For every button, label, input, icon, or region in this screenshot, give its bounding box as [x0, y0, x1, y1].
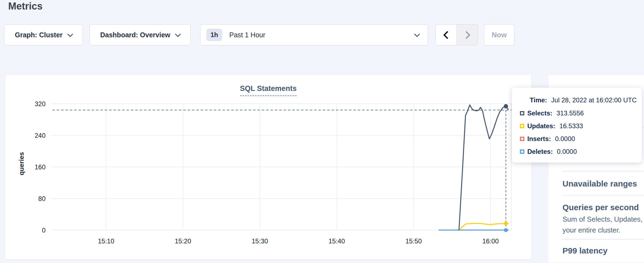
svg-text:15:50: 15:50 — [405, 237, 422, 245]
tooltip-inserts-value: 0.0000 — [555, 135, 575, 143]
sidebar-item-p99-latency: P99 latency — [562, 246, 607, 255]
svg-text:320: 320 — [35, 100, 46, 108]
sidebar-item-queries-per-second: Queries per second — [562, 203, 639, 212]
deletes-swatch-icon — [520, 149, 524, 154]
tooltip-inserts-label: Inserts: — [527, 135, 551, 143]
sql-statements-chart-card: SQL Statements queries 32024016080015:10… — [5, 74, 532, 260]
now-button[interactable]: Now — [484, 24, 514, 45]
time-step-button-group — [435, 24, 478, 45]
time-range-badge: 1h — [206, 29, 222, 41]
time-range-label: Past 1 Hour — [229, 31, 265, 39]
graph-dropdown-label: Graph: Cluster — [15, 31, 62, 39]
sidebar-item-description-line2: your entire cluster. — [562, 225, 620, 236]
sidebar-divider — [562, 239, 644, 240]
svg-text:15:10: 15:10 — [98, 237, 114, 245]
inserts-swatch-icon — [520, 137, 524, 141]
chevron-left-icon — [443, 31, 452, 39]
chart-hover-tooltip: Time: Jul 28, 2022 at 16:02:00 UTC Selec… — [512, 88, 642, 163]
time-range-selector[interactable]: 1h Past 1 Hour — [200, 24, 428, 45]
dashboard-dropdown-label: Dashboard: Overview — [100, 31, 170, 39]
tooltip-time-value: Jul 28, 2022 at 16:02:00 UTC — [551, 96, 637, 104]
graph-dropdown[interactable]: Graph: Cluster — [4, 24, 83, 45]
chevron-down-icon — [67, 31, 73, 37]
tooltip-updates-row: Updates: 16.5333 — [520, 120, 642, 132]
sidebar-divider — [562, 195, 644, 196]
chart-plot-area[interactable]: 32024016080015:1015:2015:3015:4015:5016:… — [5, 75, 532, 260]
tooltip-inserts-row: Inserts: 0.0000 — [520, 132, 642, 145]
chevron-right-icon — [462, 31, 470, 39]
next-time-button[interactable] — [457, 25, 478, 45]
tooltip-deletes-label: Deletes: — [527, 148, 553, 155]
tooltip-updates-value: 16.5333 — [559, 122, 583, 130]
prev-time-button[interactable] — [436, 25, 457, 45]
sidebar-item-unavailable-ranges: Unavailable ranges — [562, 179, 637, 188]
tooltip-deletes-row: Deletes: 0.0000 — [520, 145, 642, 158]
tooltip-deletes-value: 0.0000 — [557, 148, 577, 155]
tooltip-selects-label: Selects: — [527, 109, 552, 117]
svg-text:16:00: 16:00 — [482, 237, 499, 245]
updates-swatch-icon — [520, 124, 524, 128]
tooltip-time-row: Time: Jul 28, 2022 at 16:02:00 UTC — [520, 94, 642, 106]
now-button-label: Now — [492, 31, 507, 39]
svg-text:80: 80 — [38, 195, 46, 202]
chevron-down-icon — [175, 31, 180, 37]
sidebar-divider — [562, 171, 644, 172]
tooltip-time-label: Time: — [530, 96, 547, 104]
svg-text:15:20: 15:20 — [175, 237, 191, 245]
svg-text:15:40: 15:40 — [329, 237, 345, 245]
page-title: Metrics — [8, 1, 43, 12]
svg-text:0: 0 — [42, 227, 46, 234]
svg-text:160: 160 — [35, 163, 46, 171]
sidebar-item-description-line1: Sum of Selects, Updates, Inser — [562, 214, 644, 225]
selects-swatch-icon — [520, 111, 524, 115]
svg-text:15:30: 15:30 — [252, 237, 268, 245]
svg-text:240: 240 — [35, 132, 46, 139]
tooltip-updates-label: Updates: — [527, 122, 555, 130]
tooltip-selects-value: 313.5556 — [556, 109, 584, 117]
chevron-down-icon — [414, 31, 420, 37]
tooltip-selects-row: Selects: 313.5556 — [520, 107, 642, 120]
dashboard-dropdown[interactable]: Dashboard: Overview — [89, 24, 191, 45]
